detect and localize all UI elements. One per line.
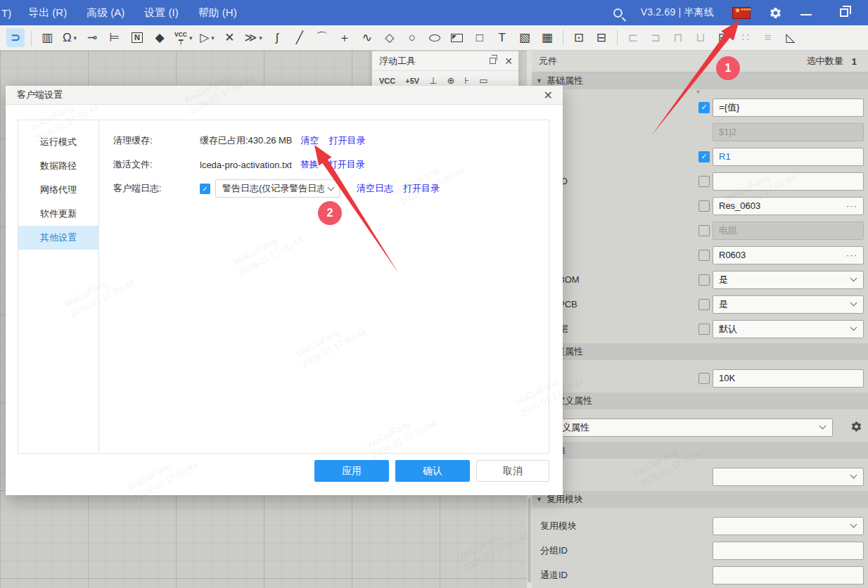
ground-tool-icon[interactable]: ⊥ — [429, 75, 437, 86]
cancel-button[interactable]: 取消 — [476, 460, 549, 482]
annotate-ic-icon[interactable]: ⊟ — [592, 28, 611, 47]
apply-button[interactable]: 应用 — [314, 460, 389, 482]
floating-panel-titlebar[interactable]: 浮动工具 ✕ — [372, 51, 518, 71]
place-image-icon[interactable]: ▧ — [516, 28, 534, 47]
visibility-checkbox[interactable]: ✓ — [698, 102, 710, 113]
pin-tool-icon[interactable]: ⊦ — [464, 75, 469, 86]
section-header[interactable]: ▼其他 — [532, 442, 868, 459]
section-header[interactable]: ▼复用模块 — [532, 491, 868, 508]
more-icon[interactable]: ··· — [846, 250, 857, 260]
property-select[interactable] — [713, 468, 864, 486]
property-select[interactable]: 是 — [713, 295, 864, 314]
visibility-checkbox[interactable] — [698, 200, 710, 212]
settings-tab-1[interactable]: 数据路径 — [18, 154, 98, 178]
property-input[interactable]: Res_0603··· — [713, 197, 864, 215]
settings-tab-4[interactable]: 其他设置 — [18, 226, 98, 250]
menu-item-clipped[interactable]: T) — [0, 7, 18, 19]
property-input[interactable]: 10K — [713, 369, 864, 388]
restore-window-icon[interactable] — [840, 8, 848, 17]
dropdown-caret-icon[interactable]: ▾ — [189, 34, 193, 41]
property-input[interactable] — [713, 566, 864, 584]
dialog-close-icon[interactable]: ✕ — [544, 89, 553, 102]
visibility-checkbox[interactable]: ✓ — [698, 151, 710, 162]
menu-item-2[interactable]: 设置 (I) — [134, 0, 188, 25]
place-net-flag-icon[interactable]: ⊨ — [106, 28, 124, 47]
vcc-tool-icon[interactable]: VCC — [379, 77, 395, 85]
dropdown-caret-icon[interactable]: ▾ — [74, 34, 77, 41]
menu-item-0[interactable]: 导出 (R) — [18, 0, 77, 25]
settings-tab-2[interactable]: 网络代理 — [18, 178, 98, 202]
place-power-icon[interactable]: VCC┯▾ — [173, 28, 193, 47]
property-input[interactable]: $1|2 — [713, 123, 864, 141]
search-icon[interactable] — [613, 8, 623, 18]
section-header[interactable]: ▼自定义属性 — [532, 392, 868, 409]
manage-attributes-gear-icon[interactable] — [850, 421, 862, 435]
clear-cache-link[interactable]: 清空 — [301, 134, 319, 147]
log-level-select[interactable]: 警告日志(仅记录警告日志) — [215, 179, 340, 198]
place-component-icon[interactable]: ▥ — [38, 28, 56, 47]
open-cache-dir-link[interactable]: 打开目录 — [329, 134, 366, 147]
property-input[interactable]: 电阻 — [713, 222, 864, 240]
draw-ellipse-icon[interactable] — [426, 28, 444, 47]
plus5v-tool-icon[interactable]: +5V — [405, 77, 419, 85]
visibility-checkbox[interactable] — [698, 250, 710, 261]
settings-tab-3[interactable]: 软件更新 — [18, 202, 98, 226]
section-header[interactable]: ▼扩展属性 — [532, 343, 868, 360]
more-icon[interactable]: ··· — [846, 200, 857, 211]
visibility-checkbox[interactable] — [698, 274, 710, 286]
scrollbar-thumb[interactable] — [528, 498, 531, 582]
place-net-label-icon[interactable]: N — [128, 28, 146, 47]
visibility-checkbox[interactable] — [698, 225, 710, 236]
export-snapshot-icon[interactable]: ⊡ — [570, 28, 588, 47]
property-select[interactable]: 是 — [713, 271, 864, 289]
draw-wave-icon[interactable]: ∿ — [358, 28, 376, 47]
draw-arc-icon[interactable]: ⌒ — [313, 28, 331, 47]
draw-rect-icon[interactable]: □ — [471, 28, 489, 47]
place-probe-icon[interactable]: ◆ — [151, 28, 169, 47]
place-pin-icon[interactable]: ＋ — [336, 28, 354, 47]
settings-tab-0[interactable]: 运行模式 — [18, 130, 98, 154]
draw-circle-icon[interactable]: ○ — [403, 28, 421, 47]
menu-item-1[interactable]: 高级 (A) — [77, 0, 134, 25]
insert-table-icon[interactable]: ▦ — [538, 28, 556, 47]
log-enabled-checkbox[interactable]: ✓ — [200, 184, 210, 194]
place-signal-icon[interactable]: ◇ — [381, 28, 399, 47]
visibility-checkbox[interactable] — [698, 324, 710, 335]
minimize-icon[interactable] — [800, 14, 812, 15]
property-select[interactable] — [713, 517, 864, 535]
property-input[interactable] — [713, 172, 864, 191]
section-header[interactable]: ▼基础属性 — [532, 72, 868, 89]
float-close-icon[interactable]: ✕ — [504, 56, 513, 67]
property-input[interactable]: ={值} — [713, 98, 864, 117]
no-connect-icon[interactable]: ✕ — [220, 28, 238, 47]
menu-item-3[interactable]: 帮助 (H) — [189, 0, 247, 25]
grid-panel-icon[interactable]: ⊞ — [714, 28, 732, 47]
property-input[interactable]: R1 — [713, 148, 864, 166]
settings-gear-icon[interactable] — [769, 6, 782, 20]
place-gate-icon[interactable]: ▷▾ — [198, 28, 216, 47]
open-log-dir-link[interactable]: 打开目录 — [403, 182, 440, 195]
wire-tool-icon[interactable]: ⊃ — [6, 28, 25, 47]
place-flag-rect-icon[interactable] — [448, 28, 466, 47]
visibility-checkbox[interactable] — [698, 299, 710, 310]
property-input[interactable]: R0603··· — [713, 246, 864, 264]
visibility-checkbox[interactable] — [698, 373, 710, 384]
property-select[interactable]: 自定义属性 — [537, 418, 833, 437]
place-resistor-icon[interactable]: Ω▾ — [60, 28, 79, 47]
place-text-icon[interactable]: T — [493, 28, 511, 47]
float-restore-icon[interactable] — [490, 58, 496, 64]
property-input[interactable] — [713, 542, 864, 560]
dropdown-caret-icon[interactable]: ▾ — [211, 34, 215, 41]
clear-log-link[interactable]: 清空日志 — [357, 182, 393, 195]
draw-line-icon[interactable]: ╱ — [291, 28, 309, 47]
visibility-checkbox[interactable] — [698, 176, 710, 187]
confirm-button[interactable]: 确认 — [395, 460, 470, 482]
collapse-indicator-icon[interactable]: ▼ — [695, 89, 701, 96]
rect-tool-icon[interactable]: ▭ — [479, 75, 487, 86]
draw-bezier-icon[interactable]: ʃ — [268, 28, 286, 47]
replace-activation-link[interactable]: 替换 — [300, 158, 319, 171]
dropdown-caret-icon[interactable]: ▾ — [259, 34, 262, 41]
place-net-port-icon[interactable]: ⊸ — [83, 28, 101, 47]
mirror-icon[interactable]: ◺ — [781, 28, 800, 47]
place-bus-icon[interactable]: ≫▾ — [243, 28, 263, 47]
